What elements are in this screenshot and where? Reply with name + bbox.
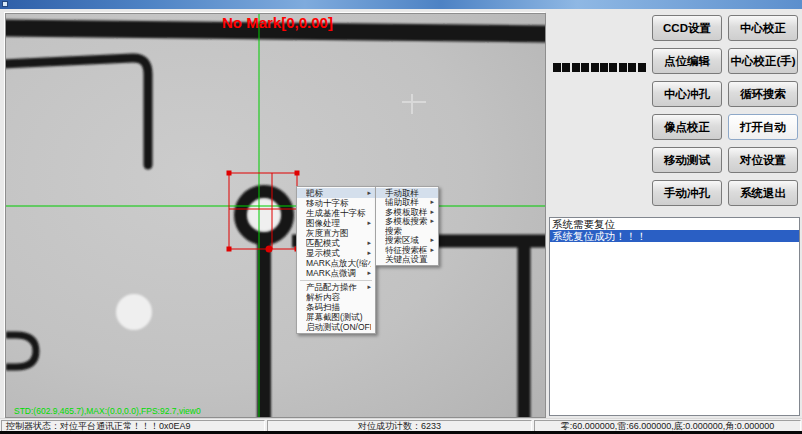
- indicator-segment: [609, 63, 617, 72]
- progress-indicator: [553, 63, 646, 72]
- submenu-item-multitemplate-search[interactable]: 多模板搜索: [376, 217, 438, 227]
- submenu-item-search-area[interactable]: 搜索区域: [376, 236, 438, 246]
- alignment-settings-button[interactable]: 对位设置: [728, 147, 798, 173]
- submenu-item-multitemplate-sample[interactable]: 多模板取样: [376, 207, 438, 217]
- indicator-segment: [572, 63, 580, 72]
- indicator-segment: [628, 63, 636, 72]
- system-exit-button[interactable]: 系统退出: [728, 180, 798, 206]
- submenu-item-keypoint-settings[interactable]: 关键点设置: [376, 255, 438, 265]
- roi-handle-tl[interactable]: [227, 171, 232, 176]
- loop-search-button[interactable]: 循环搜索: [728, 81, 798, 107]
- point-edit-button[interactable]: 点位编辑: [652, 48, 722, 74]
- pixel-correction-button[interactable]: 像点校正: [652, 114, 722, 140]
- roi-center-dot[interactable]: [266, 246, 273, 253]
- menu-item-move-crosshair[interactable]: 移动十字标: [297, 198, 375, 208]
- context-menu: 靶标 移动十字标 生成基准十字标 图像处理 灰度直方图 匹配模式 显示模式 MA…: [296, 186, 376, 334]
- open-auto-button[interactable]: 打开自动: [728, 114, 798, 140]
- ccd-settings-button[interactable]: CCD设置: [652, 15, 722, 41]
- center-correction-manual-button[interactable]: 中心校正(手): [728, 48, 798, 74]
- indicator-segment: [619, 63, 627, 72]
- menu-item-image-processing[interactable]: 图像处理: [297, 218, 375, 228]
- white-hole: [116, 294, 152, 330]
- indicator-segment: [591, 63, 599, 72]
- indicator-segment: [638, 63, 646, 72]
- log-line-selected[interactable]: 系统复位成功！！！: [550, 230, 799, 242]
- menu-item-target[interactable]: 靶标: [297, 188, 375, 198]
- menu-item-match-mode[interactable]: 匹配模式: [297, 238, 375, 248]
- submenu-item-search[interactable]: 搜索: [376, 226, 438, 236]
- context-submenu: 手动取样 辅助取样 多模板取样 多模板搜索 搜索 搜索区域 特征搜索框 关键点设…: [375, 186, 439, 266]
- log-line[interactable]: 系统需要复位: [550, 218, 799, 230]
- system-log-list[interactable]: 系统需要复位 系统复位成功！！！: [549, 217, 800, 416]
- move-test-button[interactable]: 移动测试: [652, 147, 722, 173]
- center-punch-button[interactable]: 中心冲孔: [652, 81, 722, 107]
- menu-item-gray-histogram[interactable]: 灰度直方图: [297, 228, 375, 238]
- indicator-segment: [581, 63, 589, 72]
- menu-item-screenshot-test[interactable]: 屏幕截图(测试): [297, 312, 375, 322]
- menu-item-generate-ref-crosshair[interactable]: 生成基准十字标: [297, 208, 375, 218]
- submenu-item-assisted-sample[interactable]: 辅助取样: [376, 198, 438, 208]
- window-icon: [2, 1, 8, 7]
- indicator-segment: [553, 63, 561, 72]
- menu-separator: [300, 280, 372, 281]
- status-bar: 控制器状态：对位平台通讯正常！！！0x0EA9 对位成功计数：6233 零:60…: [0, 418, 802, 431]
- fps-stats-label: STD:(602.9,465.7),MAX:(0.0,0.0),FPS:92.7…: [14, 406, 201, 416]
- center-correction-button[interactable]: 中心校正: [728, 15, 798, 41]
- menu-item-display-mode[interactable]: 显示模式: [297, 248, 375, 258]
- indicator-segment: [600, 63, 608, 72]
- control-button-panel: CCD设置 中心校正 点位编辑 中心校正(手) 中心冲孔 循环搜索 像点校正 打…: [652, 15, 798, 206]
- menu-item-barcode-scan[interactable]: 条码扫描: [297, 302, 375, 312]
- menu-item-mark-zoom[interactable]: MARK点放大(缩小): [297, 258, 375, 268]
- menu-item-parse-content[interactable]: 解析内容: [297, 292, 375, 302]
- submenu-item-manual-sample[interactable]: 手动取样: [376, 188, 438, 198]
- machine-vision-app: No Mark[0,0.00] STD:(602.9,465.7),MAX:(0…: [0, 0, 802, 434]
- menu-item-start-test-toggle[interactable]: 启动测试(ON/OFF): [297, 322, 375, 332]
- submenu-item-feature-search-box[interactable]: 特征搜索框: [376, 245, 438, 255]
- menu-item-recipe-operation[interactable]: 产品配方操作: [297, 282, 375, 292]
- camera-view[interactable]: No Mark[0,0.00] STD:(602.9,465.7),MAX:(0…: [5, 13, 546, 418]
- no-mark-label: No Mark[0,0.00]: [222, 14, 333, 31]
- manual-punch-button[interactable]: 手动冲孔: [652, 180, 722, 206]
- window-titlebar: [0, 0, 802, 9]
- indicator-segment: [562, 63, 570, 72]
- ring-hole: [248, 199, 280, 231]
- roi-handle-tr[interactable]: [295, 171, 300, 176]
- menu-item-mark-finetune[interactable]: MARK点微调: [297, 268, 375, 278]
- roi-handle-bl[interactable]: [227, 247, 232, 252]
- camera-image: No Mark[0,0.00] STD:(602.9,465.7),MAX:(0…: [6, 14, 545, 417]
